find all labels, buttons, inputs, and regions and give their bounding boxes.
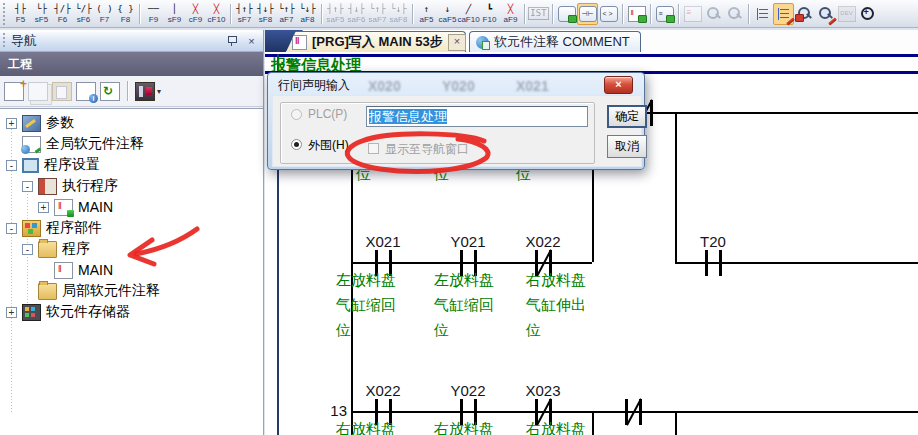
edit-statement-icon[interactable]: ⊣⊢ [577,3,598,25]
show-in-navigation-label: 显示至导航窗口 [385,141,469,158]
monitor-edit-icon[interactable] [815,3,836,25]
toolbar-button-sf5[interactable]: └├sF5 [31,2,52,26]
ok-button[interactable]: 确定 [607,105,647,128]
toolbar-button-af8[interactable]: └↓├aF8 [297,2,318,26]
sidebar-item-全局软元件注释[interactable]: 全局软元件注释 [6,134,144,154]
toolbar-button-cf9[interactable]: ╳cF9 [185,2,206,26]
toolbar-key-label: F5 [16,15,25,24]
toolbar-button-saf6[interactable]: ┤↓├saF6 [346,2,367,26]
toolbar-button-saf8[interactable]: └↓├saF8 [388,2,409,26]
toolbar-button-af5[interactable]: ↑aF5 [416,2,437,26]
ghost-device-label: X020 [368,78,401,94]
outline-edit-icon[interactable] [773,3,794,25]
sidebar-item-MAIN[interactable]: +MAIN [38,197,113,217]
copy-icon[interactable] [28,82,48,101]
toolbar-button-sf8[interactable]: ┤↓├sF8 [255,2,276,26]
device-find-monitor-icon[interactable] [794,3,815,25]
sidebar-item-程序部件[interactable]: -程序部件 [6,218,102,238]
sort-icon[interactable] [135,82,155,101]
toolbar-button-caf5[interactable]: ↓caF5 [437,2,458,26]
toolbar-button-sf7[interactable]: ┤↑├sF7 [234,2,255,26]
new-data-icon[interactable] [4,82,24,101]
show-in-navigation-checkbox[interactable] [368,143,379,154]
sidebar-item-MAIN[interactable]: MAIN [38,260,113,280]
tree-expander-icon[interactable]: - [22,181,33,192]
sort-dropdown-arrow[interactable]: ▾ [157,87,161,96]
zoom-icon[interactable] [857,3,878,25]
property-icon[interactable] [76,82,96,101]
edit-device-comment-icon[interactable] [556,3,577,25]
tree-pou-icon [22,220,41,237]
toolbar-button-ist[interactable]: IST [528,2,549,26]
toolbar-button-f7[interactable]: ( )F7 [94,2,115,26]
toolbar-button-saf7[interactable]: └↑├saF7 [367,2,388,26]
tree-expander-icon[interactable]: - [6,160,17,171]
ladder-edit-toolbar: ┤├F5└├sF5┤/├F6└/├sF6( )F7{ }F8──F9│sF9╳c… [0,0,918,28]
project-toolbar: ▾ [0,76,263,107]
panel-grip[interactable] [2,33,7,48]
tree-pset-icon [22,158,39,173]
toolbar-key-label: cF9 [189,15,202,24]
cancel-button[interactable]: 取消 [607,135,647,158]
toolbar-symbol: ┤↓├ [348,4,364,15]
toolbar-key-label: caF5 [439,15,457,24]
tree-item-label: MAIN [78,199,113,215]
tree-devmem-icon [22,304,41,321]
toolbar-button-sf6[interactable]: └/├sF6 [73,2,94,26]
tree-expander-icon[interactable]: - [6,223,17,234]
tree-expander-icon[interactable]: - [22,244,33,255]
sidebar-item-程序[interactable]: -程序 [22,239,90,259]
toolbar-button-f10[interactable]: ┗F10 [479,2,500,26]
radio-plc[interactable] [291,109,302,120]
refresh-icon[interactable] [100,82,120,101]
ghost-device-label: Y020 [442,78,475,94]
sidebar-item-局部软元件注释[interactable]: 局部软元件注释 [22,281,160,301]
tab-close-icon[interactable]: × [448,34,466,51]
toolbar-button-sf9[interactable]: │sF9 [164,2,185,26]
toolbar-button-caf10[interactable]: ╱caF10 [458,2,479,26]
toolbar-button-f9[interactable]: ──F9 [143,2,164,26]
line-statement-dialog[interactable]: 行间声明输入 X020Y020X021 × PLC(P) 外围(H) 报警信息处… [267,72,645,170]
find-icon[interactable] [703,3,724,25]
pin-icon[interactable] [223,33,240,48]
dialog-close-icon[interactable]: × [604,76,633,94]
toolbar-button-f6[interactable]: ┤/├F6 [52,2,73,26]
comment-batch-edit-icon[interactable]: ≡ [654,3,675,25]
toolbar-separator [678,4,679,24]
edit-note-icon[interactable]: < > [598,3,619,25]
toolbar-button-f8[interactable]: { }F8 [115,2,136,26]
sidebar-item-程序设置[interactable]: -程序设置 [6,155,100,175]
outline-display-glyph [755,7,771,21]
edit-note-glyph: < > [600,6,618,22]
toolbar-button-af9[interactable]: ╳aF9 [500,2,521,26]
tree-expander-icon[interactable]: + [6,307,17,318]
sidebar-item-软元件存储器[interactable]: +软元件存储器 [6,302,130,322]
toolbar-button-af7[interactable]: └↑├aF7 [276,2,297,26]
tab-main-program[interactable]: [PRG]写入 MAIN 53步 [286,31,466,52]
tree-expander-icon[interactable]: + [6,118,17,129]
toolbar-key-label: F8 [121,15,130,24]
toolbar-symbol: ↓ [445,4,450,15]
toolbar-button-f5[interactable]: ┤├F5 [10,2,31,26]
tab-device-comment[interactable]: 软元件注释 COMMENT [469,31,641,52]
sidebar-item-参数[interactable]: +参数 [6,113,74,133]
toolbar-symbol: ┤↑├ [236,4,252,15]
toolbar-grip[interactable] [2,3,7,25]
document-icon[interactable]: ≡ [682,3,703,25]
toolbar-button-cf10[interactable]: ╳cF10 [206,2,227,26]
toolbar-symbol: │ [172,4,177,15]
statement-batch-edit-icon[interactable]: ‖ [626,3,647,25]
sidebar-item-执行程序[interactable]: -执行程序 [22,176,118,196]
radio-peripheral[interactable] [291,139,302,150]
statement-text-input[interactable]: 报警信息处理 [366,106,588,127]
close-icon[interactable]: × [243,33,260,48]
tree-expander-icon[interactable]: + [38,202,49,213]
paste-icon[interactable] [52,82,72,101]
toolbar-key-label: caF10 [457,15,479,24]
toolbar-button-saf5[interactable]: ┤↑├saF5 [325,2,346,26]
outline-display-icon[interactable] [752,3,773,25]
find-next-icon[interactable] [724,3,745,25]
toolbar-symbol: ┗ [487,4,492,15]
toolbar-key-label: F7 [100,15,109,24]
device-display-icon[interactable]: DEV [836,3,857,25]
